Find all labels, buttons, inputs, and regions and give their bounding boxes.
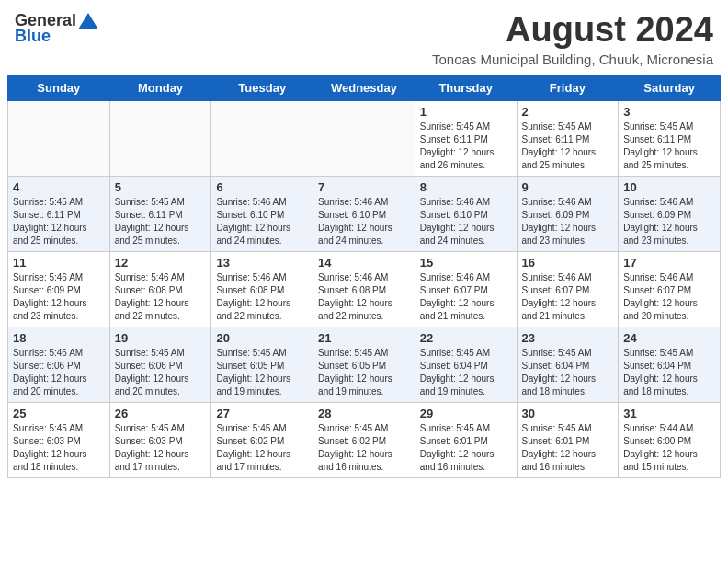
day-info: Sunrise: 5:45 AMSunset: 6:06 PMDaylight:… [115, 347, 207, 398]
day-info: Sunrise: 5:46 AMSunset: 6:07 PMDaylight:… [623, 271, 715, 323]
day-number: 30 [522, 407, 614, 420]
day-number: 23 [522, 331, 614, 345]
day-number: 28 [318, 407, 410, 420]
day-number: 7 [318, 180, 410, 194]
logo-icon [78, 13, 98, 29]
calendar-cell [109, 100, 211, 176]
day-info: Sunrise: 5:45 AMSunset: 6:05 PMDaylight:… [216, 347, 308, 398]
calendar-cell: 26Sunrise: 5:45 AMSunset: 6:03 PMDayligh… [109, 402, 211, 477]
calendar-wrapper: Sunday Monday Tuesday Wednesday Thursday… [0, 75, 728, 486]
day-info: Sunrise: 5:46 AMSunset: 6:07 PMDaylight:… [522, 271, 614, 323]
calendar-cell [211, 100, 313, 176]
day-info: Sunrise: 5:45 AMSunset: 6:03 PMDaylight:… [115, 422, 207, 474]
day-info: Sunrise: 5:45 AMSunset: 6:04 PMDaylight:… [420, 347, 512, 398]
calendar-cell: 17Sunrise: 5:46 AMSunset: 6:07 PMDayligh… [619, 251, 721, 327]
day-number: 18 [13, 331, 105, 345]
calendar-cell: 16Sunrise: 5:46 AMSunset: 6:07 PMDayligh… [517, 251, 619, 327]
calendar-cell: 30Sunrise: 5:45 AMSunset: 6:01 PMDayligh… [517, 402, 619, 477]
calendar-cell: 25Sunrise: 5:45 AMSunset: 6:03 PMDayligh… [8, 402, 110, 477]
logo-blue: Blue [15, 27, 51, 46]
header: General Blue August 2024 Tonoas Municipa… [0, 0, 728, 75]
col-wednesday: Wednesday [313, 75, 415, 100]
col-sunday: Sunday [8, 75, 110, 100]
day-number: 14 [318, 256, 410, 270]
calendar-cell: 10Sunrise: 5:46 AMSunset: 6:09 PMDayligh… [619, 176, 721, 251]
day-number: 26 [115, 407, 207, 420]
day-info: Sunrise: 5:46 AMSunset: 6:09 PMDaylight:… [13, 271, 105, 323]
calendar-header-row: Sunday Monday Tuesday Wednesday Thursday… [8, 75, 721, 100]
calendar-cell: 12Sunrise: 5:46 AMSunset: 6:08 PMDayligh… [109, 251, 211, 327]
day-info: Sunrise: 5:45 AMSunset: 6:11 PMDaylight:… [115, 196, 207, 247]
calendar-cell: 7Sunrise: 5:46 AMSunset: 6:10 PMDaylight… [313, 176, 415, 251]
calendar-cell: 29Sunrise: 5:45 AMSunset: 6:01 PMDayligh… [415, 402, 517, 477]
day-info: Sunrise: 5:45 AMSunset: 6:03 PMDaylight:… [13, 422, 105, 474]
day-info: Sunrise: 5:45 AMSunset: 6:11 PMDaylight:… [420, 121, 512, 172]
day-number: 13 [216, 256, 308, 270]
calendar-week-3: 11Sunrise: 5:46 AMSunset: 6:09 PMDayligh… [8, 251, 721, 327]
day-number: 31 [623, 407, 715, 420]
day-info: Sunrise: 5:45 AMSunset: 6:05 PMDaylight:… [318, 347, 410, 398]
calendar-cell: 9Sunrise: 5:46 AMSunset: 6:09 PMDaylight… [517, 176, 619, 251]
col-thursday: Thursday [415, 75, 517, 100]
day-info: Sunrise: 5:46 AMSunset: 6:08 PMDaylight:… [216, 271, 308, 323]
day-info: Sunrise: 5:45 AMSunset: 6:11 PMDaylight:… [13, 196, 105, 247]
day-info: Sunrise: 5:44 AMSunset: 6:00 PMDaylight:… [623, 422, 715, 474]
day-number: 9 [522, 180, 614, 194]
day-number: 12 [115, 256, 207, 270]
title-block: August 2024 Tonoas Municipal Building, C… [432, 11, 713, 67]
calendar-cell: 6Sunrise: 5:46 AMSunset: 6:10 PMDaylight… [211, 176, 313, 251]
calendar-week-1: 1Sunrise: 5:45 AMSunset: 6:11 PMDaylight… [8, 100, 721, 176]
col-friday: Friday [517, 75, 619, 100]
col-tuesday: Tuesday [211, 75, 313, 100]
day-number: 19 [115, 331, 207, 345]
day-number: 27 [216, 407, 308, 420]
calendar-cell: 13Sunrise: 5:46 AMSunset: 6:08 PMDayligh… [211, 251, 313, 327]
day-number: 15 [420, 256, 512, 270]
calendar-cell: 23Sunrise: 5:45 AMSunset: 6:04 PMDayligh… [517, 327, 619, 402]
day-number: 24 [623, 331, 715, 345]
day-info: Sunrise: 5:46 AMSunset: 6:09 PMDaylight:… [623, 196, 715, 247]
calendar-table: Sunday Monday Tuesday Wednesday Thursday… [7, 75, 721, 478]
page-wrapper: General Blue August 2024 Tonoas Municipa… [0, 0, 728, 486]
calendar-cell: 31Sunrise: 5:44 AMSunset: 6:00 PMDayligh… [619, 402, 721, 477]
day-number: 22 [420, 331, 512, 345]
calendar-cell: 8Sunrise: 5:46 AMSunset: 6:10 PMDaylight… [415, 176, 517, 251]
calendar-cell: 21Sunrise: 5:45 AMSunset: 6:05 PMDayligh… [313, 327, 415, 402]
day-info: Sunrise: 5:46 AMSunset: 6:09 PMDaylight:… [522, 196, 614, 247]
calendar-cell: 4Sunrise: 5:45 AMSunset: 6:11 PMDaylight… [8, 176, 110, 251]
col-monday: Monday [109, 75, 211, 100]
day-number: 1 [420, 105, 512, 119]
calendar-cell: 28Sunrise: 5:45 AMSunset: 6:02 PMDayligh… [313, 402, 415, 477]
subtitle: Tonoas Municipal Building, Chuuk, Micron… [432, 52, 713, 67]
day-info: Sunrise: 5:46 AMSunset: 6:08 PMDaylight:… [318, 271, 410, 323]
calendar-cell [313, 100, 415, 176]
day-number: 4 [13, 180, 105, 194]
day-info: Sunrise: 5:45 AMSunset: 6:11 PMDaylight:… [623, 121, 715, 172]
day-info: Sunrise: 5:45 AMSunset: 6:02 PMDaylight:… [216, 422, 308, 474]
day-info: Sunrise: 5:45 AMSunset: 6:11 PMDaylight:… [522, 121, 614, 172]
day-number: 20 [216, 331, 308, 345]
calendar-cell: 19Sunrise: 5:45 AMSunset: 6:06 PMDayligh… [109, 327, 211, 402]
day-info: Sunrise: 5:46 AMSunset: 6:07 PMDaylight:… [420, 271, 512, 323]
col-saturday: Saturday [619, 75, 721, 100]
day-number: 11 [13, 256, 105, 270]
day-info: Sunrise: 5:46 AMSunset: 6:10 PMDaylight:… [216, 196, 308, 247]
day-number: 6 [216, 180, 308, 194]
day-number: 25 [13, 407, 105, 420]
calendar-cell: 27Sunrise: 5:45 AMSunset: 6:02 PMDayligh… [211, 402, 313, 477]
calendar-cell: 15Sunrise: 5:46 AMSunset: 6:07 PMDayligh… [415, 251, 517, 327]
day-info: Sunrise: 5:45 AMSunset: 6:04 PMDaylight:… [623, 347, 715, 398]
day-info: Sunrise: 5:46 AMSunset: 6:06 PMDaylight:… [13, 347, 105, 398]
day-number: 21 [318, 331, 410, 345]
svg-marker-0 [78, 13, 98, 29]
day-info: Sunrise: 5:45 AMSunset: 6:01 PMDaylight:… [522, 422, 614, 474]
day-number: 2 [522, 105, 614, 119]
day-number: 5 [115, 180, 207, 194]
day-info: Sunrise: 5:46 AMSunset: 6:10 PMDaylight:… [420, 196, 512, 247]
day-number: 17 [623, 256, 715, 270]
calendar-cell: 18Sunrise: 5:46 AMSunset: 6:06 PMDayligh… [8, 327, 110, 402]
calendar-cell: 14Sunrise: 5:46 AMSunset: 6:08 PMDayligh… [313, 251, 415, 327]
day-info: Sunrise: 5:45 AMSunset: 6:01 PMDaylight:… [420, 422, 512, 474]
calendar-cell: 11Sunrise: 5:46 AMSunset: 6:09 PMDayligh… [8, 251, 110, 327]
calendar-cell: 5Sunrise: 5:45 AMSunset: 6:11 PMDaylight… [109, 176, 211, 251]
